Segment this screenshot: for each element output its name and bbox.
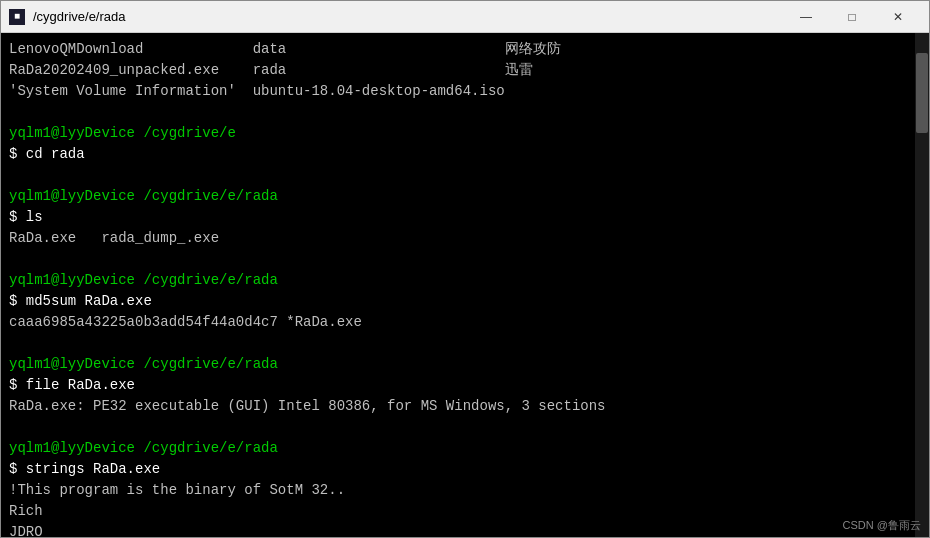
- terminal-area: LenovoQMDownload data 网络攻防 RaDa20202409_…: [1, 33, 929, 537]
- watermark: CSDN @鲁雨云: [843, 518, 921, 533]
- icon-glyph: ■: [14, 11, 20, 22]
- minimize-button[interactable]: —: [783, 1, 829, 33]
- scrollbar-thumb[interactable]: [916, 53, 928, 133]
- window-controls: — □ ✕: [783, 1, 921, 33]
- scrollbar[interactable]: [915, 33, 929, 537]
- terminal-window: ■ /cygdrive/e/rada — □ ✕ LenovoQMDownloa…: [0, 0, 930, 538]
- maximize-button[interactable]: □: [829, 1, 875, 33]
- terminal-output[interactable]: LenovoQMDownload data 网络攻防 RaDa20202409_…: [1, 33, 915, 537]
- title-bar: ■ /cygdrive/e/rada — □ ✕: [1, 1, 929, 33]
- window-title: /cygdrive/e/rada: [33, 9, 783, 24]
- window-icon: ■: [9, 9, 25, 25]
- close-button[interactable]: ✕: [875, 1, 921, 33]
